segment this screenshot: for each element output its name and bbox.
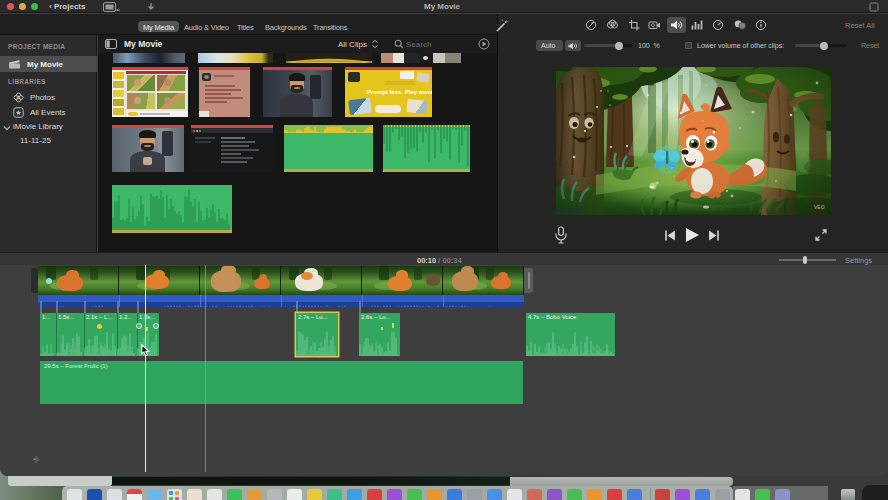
- svg-text:VEO: VEO: [814, 204, 825, 210]
